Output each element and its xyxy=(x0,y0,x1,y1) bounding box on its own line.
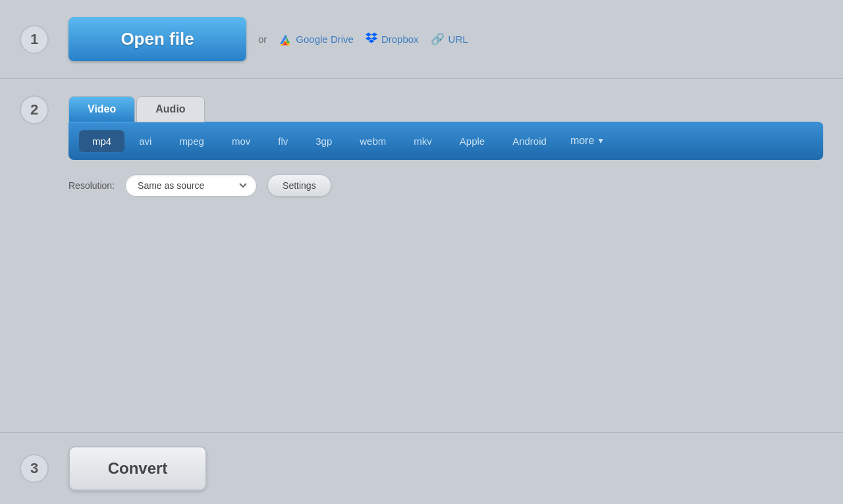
chevron-down-icon: ▼ xyxy=(597,136,605,145)
dropbox-icon xyxy=(366,32,377,47)
format-3gp[interactable]: 3gp xyxy=(302,130,345,152)
settings-button[interactable]: Settings xyxy=(267,174,331,197)
resolution-select[interactable]: Same as source 1920x1080 1280x720 854x48… xyxy=(125,174,257,197)
section-2: 2 Video Audio mp4 avi mpeg mov flv 3gp w… xyxy=(0,79,843,433)
section-2-content: Video Audio mp4 avi mpeg mov flv 3gp web… xyxy=(68,95,823,197)
resolution-row: Resolution: Same as source 1920x1080 128… xyxy=(68,174,823,197)
dropbox-link[interactable]: Dropbox xyxy=(366,32,419,47)
dropbox-label: Dropbox xyxy=(381,34,419,45)
resolution-label: Resolution: xyxy=(68,180,115,191)
format-tabs: Video Audio xyxy=(68,95,823,122)
step-3-circle: 3 xyxy=(20,454,49,483)
format-mpeg[interactable]: mpeg xyxy=(166,130,217,152)
tab-video[interactable]: Video xyxy=(68,96,135,122)
cloud-links: Google Drive Dropbox 🔗 URL xyxy=(279,32,468,47)
format-apple[interactable]: Apple xyxy=(447,130,498,152)
format-bar: mp4 avi mpeg mov flv 3gp webm mkv Apple … xyxy=(68,122,823,160)
open-file-button[interactable]: Open file xyxy=(68,17,246,61)
tab-audio[interactable]: Audio xyxy=(136,96,204,122)
url-link[interactable]: 🔗 URL xyxy=(431,32,468,46)
format-mkv[interactable]: mkv xyxy=(400,130,445,152)
format-mov[interactable]: mov xyxy=(219,130,263,152)
convert-button[interactable]: Convert xyxy=(68,446,207,491)
format-more-label: more xyxy=(570,135,594,147)
format-avi[interactable]: avi xyxy=(126,130,165,152)
format-webm[interactable]: webm xyxy=(346,130,399,152)
format-flv[interactable]: flv xyxy=(265,130,301,152)
step-2-circle: 2 xyxy=(20,95,49,124)
format-mp4[interactable]: mp4 xyxy=(79,130,124,152)
section-1: 1 Open file or Google Drive xyxy=(0,0,843,79)
section-3: 3 Convert xyxy=(0,433,843,504)
url-icon: 🔗 xyxy=(431,32,445,46)
format-android[interactable]: Android xyxy=(499,130,560,152)
step-1-circle: 1 xyxy=(20,25,49,54)
url-label: URL xyxy=(449,34,468,45)
google-drive-label: Google Drive xyxy=(296,34,354,45)
format-more[interactable]: more ▼ xyxy=(561,130,614,152)
google-drive-link[interactable]: Google Drive xyxy=(279,34,354,45)
or-text: or xyxy=(258,34,267,45)
google-drive-icon xyxy=(279,34,292,45)
